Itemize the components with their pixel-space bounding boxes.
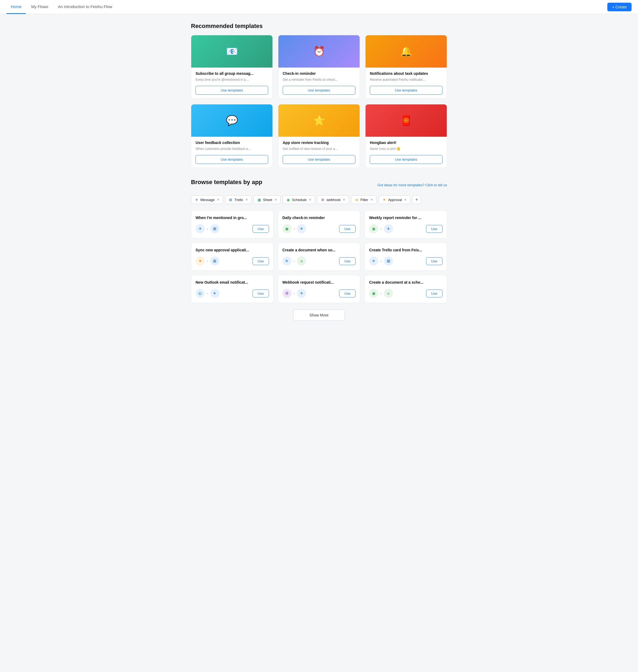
nav-tab-myflows[interactable]: My Flows — [27, 0, 52, 14]
template-card-title: Weekly report reminder for ... — [369, 216, 442, 220]
filter-tag-schedule[interactable]: ◉Schedule✕ — [283, 195, 315, 204]
flow-from-icon: ◉ — [369, 224, 378, 233]
filter-label-trello: Trello — [235, 198, 243, 202]
use-templates-button[interactable]: Use templates — [370, 86, 442, 95]
flow-arrow: › — [207, 227, 208, 231]
filter-tag-approval[interactable]: ✦Approval✕ — [379, 195, 410, 204]
browse-header: Browse templates by app Got ideas for mo… — [191, 179, 447, 191]
flow-from-icon: ⚙ — [282, 289, 291, 298]
template-card-flow: ✈ › ⊞ Use — [369, 257, 442, 266]
template-card-title: When I'm mentioned in gro... — [196, 216, 269, 220]
rec-card-desc: When customers provide feedback a... — [196, 146, 268, 151]
browse-title: Browse templates by app — [191, 179, 262, 186]
template-card-create-trello: Create Trello card from Feis... ✈ › ⊞ Us… — [365, 243, 447, 271]
rec-card-title: Hongbao alert! — [370, 141, 442, 145]
use-templates-button[interactable]: Use templates — [283, 155, 355, 164]
template-use-button[interactable]: Use — [426, 290, 442, 297]
rec-card-desc: Get notified of new reviews of your a... — [283, 146, 355, 151]
browse-link[interactable]: Got ideas for more templates? Click to t… — [377, 183, 447, 187]
filter-close-schedule[interactable]: ✕ — [309, 198, 312, 201]
template-card-flow: ✦ › ⊞ Use — [196, 257, 269, 266]
flow-to-icon: ⊞ — [210, 224, 219, 233]
filter-icon-schedule: ◉ — [286, 198, 290, 202]
filter-tag-filter[interactable]: ⊕Filter✕ — [351, 195, 376, 204]
filter-tag-message[interactable]: ✈Message✕ — [191, 195, 223, 204]
filter-label-approval: Approval — [388, 198, 402, 202]
filter-icon-filter: ⊕ — [354, 198, 359, 202]
use-templates-button[interactable]: Use templates — [283, 86, 355, 95]
use-templates-button[interactable]: Use templates — [370, 155, 442, 164]
filter-label-webhook: webhook — [326, 198, 340, 202]
template-card-title: Daily check-in reminder — [282, 216, 356, 220]
recommended-title: Recommended templates — [191, 22, 447, 30]
template-card-create-doc-sched: Create a document at a sche... ◉ › ≡ Use — [365, 275, 447, 303]
flow-from-icon: ◉ — [369, 289, 378, 298]
rec-card-body: App store review tracking Get notified o… — [279, 137, 359, 168]
rec-card-title: User feedback collection — [196, 141, 268, 145]
template-use-button[interactable]: Use — [426, 225, 442, 233]
filter-close-trello[interactable]: ✕ — [245, 198, 248, 201]
show-more-wrapper: Show More — [191, 310, 447, 321]
use-templates-button[interactable]: Use templates — [196, 86, 268, 95]
filter-tag-webhook[interactable]: ⚙webhook✕ — [317, 195, 349, 204]
filter-label-message: Message — [200, 198, 215, 202]
template-use-button[interactable]: Use — [339, 257, 356, 265]
template-use-button[interactable]: Use — [253, 257, 269, 265]
template-card-title: Webhook request notificati... — [282, 280, 356, 284]
add-filter-button[interactable]: + — [412, 195, 421, 204]
filter-row: ✈Message✕⊞Trello✕▦Sheet✕◉Schedule✕⚙webho… — [191, 195, 447, 204]
show-more-button[interactable]: Show More — [293, 310, 345, 321]
flow-from-icon: ✦ — [196, 257, 205, 266]
flow-from-icon: O — [196, 289, 205, 298]
filter-close-approval[interactable]: ✕ — [404, 198, 407, 201]
template-grid: When I'm mentioned in gro... ✈ › ⊞ Use D… — [191, 211, 447, 303]
recommended-section: Recommended templates 📧 Subscribe to all… — [191, 22, 447, 168]
template-use-button[interactable]: Use — [426, 257, 442, 265]
template-card-daily-checkin: Daily check-in reminder ◉ › ✈ Use — [278, 211, 360, 239]
rec-card-image: 💬 — [191, 104, 272, 137]
rec-card-image: 📧 — [191, 35, 272, 68]
filter-label-schedule: Schedule — [292, 198, 307, 202]
rec-card-user-feedback: 💬 User feedback collection When customer… — [191, 104, 273, 168]
template-use-button[interactable]: Use — [253, 225, 269, 233]
template-card-mentioned-gro: When I'm mentioned in gro... ✈ › ⊞ Use — [191, 211, 273, 239]
create-button[interactable]: + Create — [607, 3, 632, 11]
template-use-button[interactable]: Use — [253, 290, 269, 297]
filter-close-message[interactable]: ✕ — [217, 198, 219, 201]
rec-card-body: Check-in reminder Get a reminder from Fe… — [279, 68, 359, 98]
template-use-button[interactable]: Use — [339, 290, 356, 297]
filter-tag-sheet[interactable]: ▦Sheet✕ — [254, 195, 281, 204]
rec-card-image: ⭐ — [279, 104, 359, 137]
template-card-flow: ⚙ › ✈ Use — [282, 289, 356, 298]
rec-card-title: Notifications about task updates — [370, 71, 442, 76]
template-card-outlook-notif: New Outlook email notificat... O › ✈ Use — [191, 275, 273, 303]
filter-close-filter[interactable]: ✕ — [370, 198, 373, 201]
flow-to-icon: ≡ — [297, 257, 306, 266]
filter-tag-trello[interactable]: ⊞Trello✕ — [225, 195, 251, 204]
template-card-flow: ◉ › ✈ Use — [282, 224, 356, 233]
rec-card-title: App store review tracking — [283, 141, 355, 145]
flow-to-icon: ✈ — [297, 224, 306, 233]
nav-tab-intro[interactable]: An introduction to Feishu Flow — [53, 0, 116, 14]
filter-icon-approval: ✦ — [382, 198, 387, 202]
filter-icon-sheet: ▦ — [257, 198, 262, 202]
use-templates-button[interactable]: Use templates — [196, 155, 268, 164]
template-use-button[interactable]: Use — [339, 225, 356, 233]
rec-card-desc: Get a reminder from Feishu to check... — [283, 77, 355, 82]
rec-card-body: User feedback collection When customers … — [191, 137, 272, 168]
filter-close-webhook[interactable]: ✕ — [343, 198, 346, 201]
rec-card-title: Check-in reminder — [283, 71, 355, 76]
rec-card-image: 🧧 — [366, 104, 447, 137]
filter-label-filter: Filter — [360, 198, 368, 202]
main-content: Recommended templates 📧 Subscribe to all… — [185, 14, 453, 329]
top-nav: HomeMy FlowsAn introduction to Feishu Fl… — [0, 0, 638, 14]
nav-tab-home[interactable]: Home — [6, 0, 26, 14]
template-card-title: Create Trello card from Feis... — [369, 248, 442, 252]
rec-card-body: Notifications about task updates Receive… — [366, 68, 447, 98]
template-card-weekly-report: Weekly report reminder for ... ◉ › ✈ Use — [365, 211, 447, 239]
filter-close-sheet[interactable]: ✕ — [274, 198, 277, 201]
flow-from-icon: ✈ — [369, 257, 378, 266]
rec-card-title: Subscribe to all group messag... — [196, 71, 268, 76]
template-card-sync-approval: Sync new approval applicati... ✦ › ⊞ Use — [191, 243, 273, 271]
filter-icon-trello: ⊞ — [229, 198, 233, 202]
